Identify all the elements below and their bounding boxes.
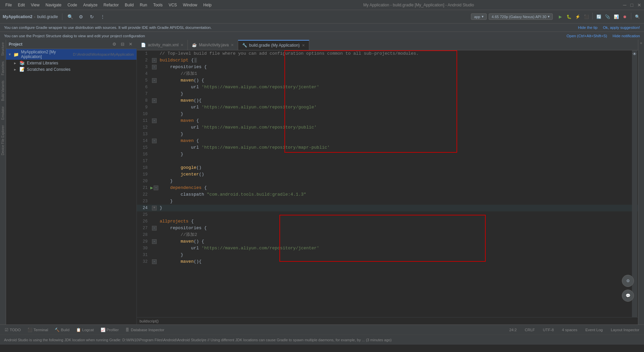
fold-11[interactable]: - [152,118,157,123]
logcat-button[interactable]: 📋 Logcat [74,326,96,334]
run-button[interactable]: ▶ [556,13,564,21]
search-button[interactable]: 🔍 [633,13,641,21]
line-num-18: 18 [137,164,150,171]
sidebar-emulator-icon[interactable]: Emulator [1,106,5,120]
device-selector[interactable]: 4.65 720p (Galaxy Nexus) API 30 ▾ [489,13,553,20]
indent-button[interactable]: 4 spaces [560,326,579,334]
gutter-18 [150,164,158,171]
line-content-23: } [158,198,638,205]
database-inspector-button[interactable]: 🗄 Database Inspector [123,326,166,334]
sidebar-device-explorer-icon[interactable]: Device File Explorer [1,125,5,155]
fold-5[interactable]: - [152,78,157,83]
tab-close-activity-main[interactable]: ✕ [180,43,183,47]
menu-help[interactable]: Help [201,2,214,8]
tab-close-main-activity[interactable]: ✕ [231,43,234,47]
toolbar-separator-1 [62,13,62,20]
profiler-button[interactable]: 📈 Profiler [99,326,121,334]
code-editor[interactable]: 1 // Top-level build file where you can … [137,50,638,265]
tree-item-external-libraries[interactable]: ▸ 📚 External Libraries [6,60,137,66]
editor-tabs: 📄 activity_main.xml ✕ ☕ MainActivity.jav… [137,40,638,50]
tree-item-my-application[interactable]: ▾ 📁 MyApplication2 [My Application] D:\A… [6,49,137,60]
tab-label-main-activity: MainActivity.java [199,43,228,47]
more-options-button[interactable]: ⋮ [99,13,107,21]
terminal-icon: ⬛ [28,328,32,332]
minimize-button[interactable]: ─ [623,2,627,8]
debug-button[interactable]: 🐛 [565,13,573,21]
sidebar-favorites-icon[interactable]: Favorites [1,61,5,75]
search-everywhere-button[interactable]: 🔍 [66,13,74,21]
event-log-button[interactable]: Event Log [583,326,605,334]
fold-29[interactable]: - [152,239,157,244]
line-content-5: maven() { [158,77,638,84]
line-content-31: } [158,252,638,258]
sidebar-right-icon-1[interactable]: ≡ [639,42,643,44]
stop-button[interactable]: ⬛ [582,13,590,21]
menu-edit[interactable]: Edit [15,2,28,8]
sidebar-structure-icon[interactable]: Structure [1,42,5,56]
panel-close-button[interactable]: ✕ [127,41,134,48]
fold-2[interactable]: - [152,58,157,63]
record-button[interactable]: ⏺ [621,13,629,21]
fold-32[interactable]: - [152,259,157,264]
hide-notification-button[interactable]: Hide notification [612,34,640,38]
menu-window[interactable]: Window [180,2,200,8]
run-line-21-marker[interactable]: ▶ [150,185,153,191]
menu-run[interactable]: Run [137,2,150,8]
menu-build[interactable]: Build [122,2,137,8]
menu-code[interactable]: Code [65,2,80,8]
fold-24[interactable]: + [152,206,157,210]
panel-gear-button[interactable]: ⚙ [111,41,118,48]
hide-tip-button[interactable]: Hide the tip [578,26,597,30]
menu-view[interactable]: View [28,2,42,8]
tree-item-scratches[interactable]: ▸ 📝 Scratches and Consoles [6,66,137,72]
terminal-button[interactable]: ⬛ Terminal [25,326,50,334]
maximize-button[interactable]: □ [631,2,633,8]
gutter-23 [150,198,158,205]
settings-button[interactable]: ⚙ [77,13,85,21]
menu-tools[interactable]: Tools [151,2,165,8]
window-controls[interactable]: ─ □ ✕ [623,2,641,8]
sync-button[interactable]: ↻ [88,13,96,21]
fold-14[interactable]: - [152,139,157,143]
open-project-structure-button[interactable]: Open (Ctrl+Alt+Shift+S) [567,34,607,38]
tab-main-activity[interactable]: ☕ MainActivity.java ✕ [188,40,238,50]
menu-file[interactable]: File [3,2,14,8]
line-content-12: url 'https://maven.aliyun.com/repository… [158,124,638,131]
menu-analyze[interactable]: Analyze [80,2,100,8]
fold-3[interactable]: - [152,65,157,69]
close-button[interactable]: ✕ [637,2,641,8]
fold-27[interactable]: - [152,226,157,231]
line-endings-button[interactable]: CRLF [523,326,537,334]
run-config-selector[interactable]: app ▾ [471,13,486,20]
assistant-floating-button[interactable]: 💬 [622,290,634,302]
logcat-label: Logcat [82,328,94,332]
menu-refactor[interactable]: Refactor [101,2,121,8]
sync-gradle-button[interactable]: 🔄 [595,13,603,21]
tab-activity-main[interactable]: 📄 activity_main.xml ✕ [137,40,188,50]
build-icon: 🔨 [55,328,59,332]
gutter-27: - [150,225,158,232]
menu-vcs[interactable]: VCS [166,2,180,8]
tab-build-gradle[interactable]: 🔧 build.gradle (My Application) ✕ [238,40,309,50]
encoding-button[interactable]: UTF-8 [541,326,556,334]
settings-floating-button[interactable]: ⚙ [622,275,634,287]
eye-icon[interactable]: 👁 [633,52,637,56]
menu-navigate[interactable]: Navigate [43,2,64,8]
menu-bar[interactable]: File Edit View Navigate Code Analyze Ref… [3,2,214,8]
profile-button[interactable]: ⚡ [574,13,582,21]
layout-inspector-button[interactable]: Layout Inspector [609,326,641,334]
project-name[interactable]: MyApplication2 [3,14,33,19]
tab-close-build-gradle[interactable]: ✕ [302,43,305,48]
apply-suggestion-button[interactable]: Ok, apply suggestion! [603,26,640,30]
fold-21[interactable]: - [154,186,158,190]
code-line-10: 10 } [137,111,638,117]
build-button[interactable]: 🔨 Build [53,326,71,334]
tab-label-activity-main: activity_main.xml [148,43,178,47]
attach-debugger-button[interactable]: 📎 [603,13,611,21]
gradle-file-name[interactable]: build.gradle [37,14,58,19]
panel-collapse-button[interactable]: ⊟ [119,41,126,48]
todo-button[interactable]: ☑ TODO [3,326,23,334]
coverage-button[interactable]: 📊 [612,13,620,21]
sidebar-build-icon[interactable]: Build Variants [1,81,5,101]
fold-8[interactable]: - [152,98,157,103]
